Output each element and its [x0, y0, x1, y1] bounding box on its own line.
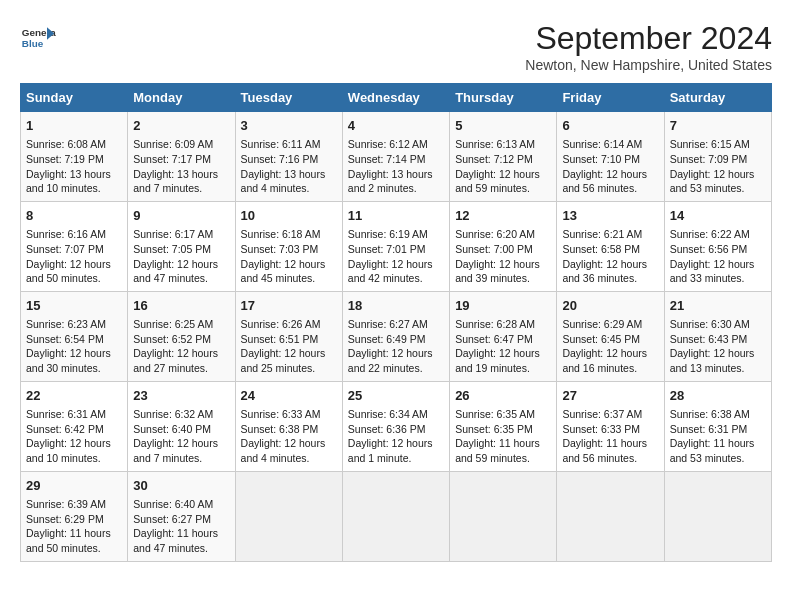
sunrise-text: Sunrise: 6:30 AM: [670, 318, 750, 330]
daylight-text: Daylight: 12 hours and 7 minutes.: [133, 437, 218, 464]
header-cell-tuesday: Tuesday: [235, 84, 342, 112]
sunrise-text: Sunrise: 6:40 AM: [133, 498, 213, 510]
day-cell: 25 Sunrise: 6:34 AM Sunset: 6:36 PM Dayl…: [342, 381, 449, 471]
sunset-text: Sunset: 6:56 PM: [670, 243, 748, 255]
sunrise-text: Sunrise: 6:28 AM: [455, 318, 535, 330]
sunrise-text: Sunrise: 6:15 AM: [670, 138, 750, 150]
daylight-text: Daylight: 12 hours and 25 minutes.: [241, 347, 326, 374]
day-number: 12: [455, 207, 551, 225]
day-cell: 26 Sunrise: 6:35 AM Sunset: 6:35 PM Dayl…: [450, 381, 557, 471]
week-row-4: 22 Sunrise: 6:31 AM Sunset: 6:42 PM Dayl…: [21, 381, 772, 471]
calendar-table: SundayMondayTuesdayWednesdayThursdayFrid…: [20, 83, 772, 562]
day-number: 29: [26, 477, 122, 495]
sunset-text: Sunset: 7:07 PM: [26, 243, 104, 255]
week-row-5: 29 Sunrise: 6:39 AM Sunset: 6:29 PM Dayl…: [21, 471, 772, 561]
header-cell-wednesday: Wednesday: [342, 84, 449, 112]
sunrise-text: Sunrise: 6:38 AM: [670, 408, 750, 420]
sunrise-text: Sunrise: 6:11 AM: [241, 138, 321, 150]
sunset-text: Sunset: 6:47 PM: [455, 333, 533, 345]
daylight-text: Daylight: 12 hours and 39 minutes.: [455, 258, 540, 285]
header-cell-monday: Monday: [128, 84, 235, 112]
sunrise-text: Sunrise: 6:08 AM: [26, 138, 106, 150]
day-number: 18: [348, 297, 444, 315]
header-cell-sunday: Sunday: [21, 84, 128, 112]
day-cell: 17 Sunrise: 6:26 AM Sunset: 6:51 PM Dayl…: [235, 291, 342, 381]
day-cell: 6 Sunrise: 6:14 AM Sunset: 7:10 PM Dayli…: [557, 112, 664, 202]
day-number: 4: [348, 117, 444, 135]
daylight-text: Daylight: 12 hours and 56 minutes.: [562, 168, 647, 195]
week-row-1: 1 Sunrise: 6:08 AM Sunset: 7:19 PM Dayli…: [21, 112, 772, 202]
sunrise-text: Sunrise: 6:19 AM: [348, 228, 428, 240]
sunrise-text: Sunrise: 6:34 AM: [348, 408, 428, 420]
day-number: 27: [562, 387, 658, 405]
day-cell: 29 Sunrise: 6:39 AM Sunset: 6:29 PM Dayl…: [21, 471, 128, 561]
sunset-text: Sunset: 6:54 PM: [26, 333, 104, 345]
day-cell: 22 Sunrise: 6:31 AM Sunset: 6:42 PM Dayl…: [21, 381, 128, 471]
sunset-text: Sunset: 6:40 PM: [133, 423, 211, 435]
day-cell: 19 Sunrise: 6:28 AM Sunset: 6:47 PM Dayl…: [450, 291, 557, 381]
sunset-text: Sunset: 6:38 PM: [241, 423, 319, 435]
subtitle: Newton, New Hampshire, United States: [525, 57, 772, 73]
day-cell: 27 Sunrise: 6:37 AM Sunset: 6:33 PM Dayl…: [557, 381, 664, 471]
day-number: 8: [26, 207, 122, 225]
day-number: 11: [348, 207, 444, 225]
day-cell: [450, 471, 557, 561]
day-cell: [342, 471, 449, 561]
sunrise-text: Sunrise: 6:26 AM: [241, 318, 321, 330]
sunrise-text: Sunrise: 6:21 AM: [562, 228, 642, 240]
daylight-text: Daylight: 12 hours and 4 minutes.: [241, 437, 326, 464]
sunset-text: Sunset: 7:16 PM: [241, 153, 319, 165]
day-number: 7: [670, 117, 766, 135]
day-cell: 2 Sunrise: 6:09 AM Sunset: 7:17 PM Dayli…: [128, 112, 235, 202]
day-cell: 4 Sunrise: 6:12 AM Sunset: 7:14 PM Dayli…: [342, 112, 449, 202]
daylight-text: Daylight: 11 hours and 50 minutes.: [26, 527, 111, 554]
day-cell: 18 Sunrise: 6:27 AM Sunset: 6:49 PM Dayl…: [342, 291, 449, 381]
day-number: 20: [562, 297, 658, 315]
day-number: 24: [241, 387, 337, 405]
header-row: SundayMondayTuesdayWednesdayThursdayFrid…: [21, 84, 772, 112]
day-cell: 8 Sunrise: 6:16 AM Sunset: 7:07 PM Dayli…: [21, 201, 128, 291]
main-title: September 2024: [525, 20, 772, 57]
sunrise-text: Sunrise: 6:17 AM: [133, 228, 213, 240]
sunset-text: Sunset: 6:45 PM: [562, 333, 640, 345]
daylight-text: Daylight: 12 hours and 36 minutes.: [562, 258, 647, 285]
daylight-text: Daylight: 13 hours and 4 minutes.: [241, 168, 326, 195]
week-row-2: 8 Sunrise: 6:16 AM Sunset: 7:07 PM Dayli…: [21, 201, 772, 291]
day-number: 22: [26, 387, 122, 405]
daylight-text: Daylight: 13 hours and 2 minutes.: [348, 168, 433, 195]
sunset-text: Sunset: 6:31 PM: [670, 423, 748, 435]
day-number: 9: [133, 207, 229, 225]
sunrise-text: Sunrise: 6:29 AM: [562, 318, 642, 330]
day-cell: 9 Sunrise: 6:17 AM Sunset: 7:05 PM Dayli…: [128, 201, 235, 291]
header: General Blue September 2024 Newton, New …: [20, 20, 772, 73]
sunset-text: Sunset: 6:52 PM: [133, 333, 211, 345]
day-number: 23: [133, 387, 229, 405]
daylight-text: Daylight: 12 hours and 33 minutes.: [670, 258, 755, 285]
day-number: 5: [455, 117, 551, 135]
sunrise-text: Sunrise: 6:13 AM: [455, 138, 535, 150]
sunrise-text: Sunrise: 6:16 AM: [26, 228, 106, 240]
day-cell: 24 Sunrise: 6:33 AM Sunset: 6:38 PM Dayl…: [235, 381, 342, 471]
day-number: 6: [562, 117, 658, 135]
title-area: September 2024 Newton, New Hampshire, Un…: [525, 20, 772, 73]
daylight-text: Daylight: 12 hours and 13 minutes.: [670, 347, 755, 374]
sunrise-text: Sunrise: 6:20 AM: [455, 228, 535, 240]
sunrise-text: Sunrise: 6:27 AM: [348, 318, 428, 330]
day-cell: 10 Sunrise: 6:18 AM Sunset: 7:03 PM Dayl…: [235, 201, 342, 291]
daylight-text: Daylight: 12 hours and 10 minutes.: [26, 437, 111, 464]
day-number: 10: [241, 207, 337, 225]
sunset-text: Sunset: 6:29 PM: [26, 513, 104, 525]
logo-icon: General Blue: [20, 20, 56, 56]
sunrise-text: Sunrise: 6:35 AM: [455, 408, 535, 420]
day-cell: 11 Sunrise: 6:19 AM Sunset: 7:01 PM Dayl…: [342, 201, 449, 291]
day-cell: 16 Sunrise: 6:25 AM Sunset: 6:52 PM Dayl…: [128, 291, 235, 381]
day-cell: 21 Sunrise: 6:30 AM Sunset: 6:43 PM Dayl…: [664, 291, 771, 381]
sunset-text: Sunset: 7:09 PM: [670, 153, 748, 165]
daylight-text: Daylight: 12 hours and 1 minute.: [348, 437, 433, 464]
daylight-text: Daylight: 12 hours and 42 minutes.: [348, 258, 433, 285]
day-cell: [664, 471, 771, 561]
sunset-text: Sunset: 6:33 PM: [562, 423, 640, 435]
sunrise-text: Sunrise: 6:23 AM: [26, 318, 106, 330]
daylight-text: Daylight: 11 hours and 53 minutes.: [670, 437, 755, 464]
sunset-text: Sunset: 6:49 PM: [348, 333, 426, 345]
